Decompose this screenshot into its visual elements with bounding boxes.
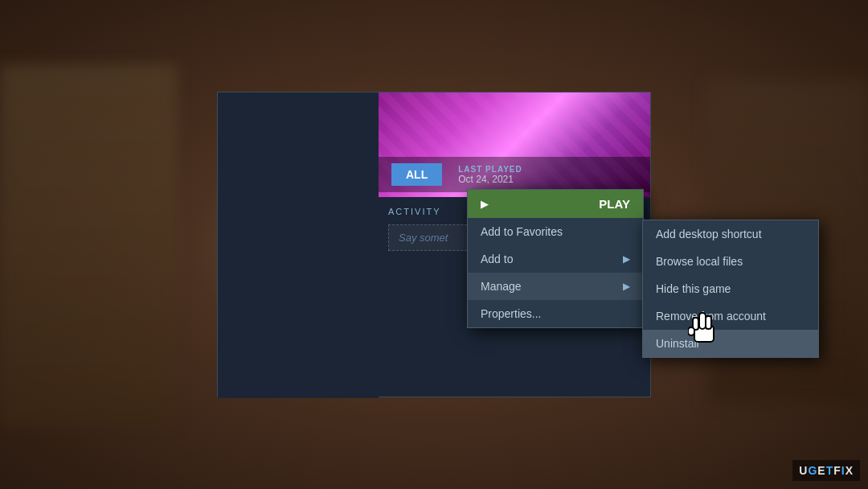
watermark: UGETFIX — [792, 460, 860, 481]
play-label: PLAY — [599, 197, 630, 211]
submenu-item-browse-files[interactable]: Browse local files — [643, 248, 818, 275]
submenu-item-hide-game[interactable]: Hide this game — [643, 275, 818, 302]
last-played-bar: ALL LAST PLAYED Oct 24, 2021 — [379, 157, 650, 192]
add-to-label: Add to — [481, 253, 513, 265]
submenu-item-remove-account[interactable]: Remove from account — [643, 302, 818, 330]
last-played-info: LAST PLAYED Oct 24, 2021 — [458, 165, 522, 185]
submenu-item-uninstall[interactable]: Uninstall — [643, 330, 818, 357]
add-favorites-label: Add to Favorites — [481, 225, 563, 238]
manage-label: Manage — [481, 280, 522, 293]
watermark-text: UGETFIX — [799, 464, 854, 477]
menu-item-add-to[interactable]: Add to ▶ — [468, 245, 643, 273]
hide-game-label: Hide this game — [656, 282, 731, 295]
uninstall-label: Uninstall — [656, 337, 699, 350]
screenshot-container: ALL LAST PLAYED Oct 24, 2021 ACTIVITY Sa… — [0, 0, 868, 489]
desktop-shortcut-label: Add desktop shortcut — [656, 228, 762, 240]
context-menu: ▶ PLAY Add to Favorites Add to ▶ Manage … — [467, 189, 644, 328]
play-icon: ▶ — [481, 199, 488, 210]
browse-files-label: Browse local files — [656, 255, 743, 268]
game-window: ALL LAST PLAYED Oct 24, 2021 ACTIVITY Sa… — [217, 92, 651, 397]
submenu: Add desktop shortcut Browse local files … — [642, 220, 819, 358]
sidebar — [218, 92, 379, 398]
arrow-icon-add-to: ▶ — [623, 253, 630, 265]
menu-item-add-favorites[interactable]: Add to Favorites — [468, 218, 643, 245]
submenu-item-desktop-shortcut[interactable]: Add desktop shortcut — [643, 220, 818, 248]
menu-item-manage[interactable]: Manage ▶ — [468, 273, 643, 300]
remove-account-label: Remove from account — [656, 310, 766, 323]
last-played-label: LAST PLAYED — [458, 165, 522, 174]
arrow-icon-manage: ▶ — [623, 281, 630, 292]
install-button[interactable]: ALL — [391, 163, 442, 186]
menu-item-properties[interactable]: Properties... — [468, 300, 643, 327]
menu-item-play[interactable]: ▶ PLAY — [468, 190, 643, 218]
last-played-date: Oct 24, 2021 — [458, 174, 522, 185]
properties-label: Properties... — [481, 307, 541, 320]
